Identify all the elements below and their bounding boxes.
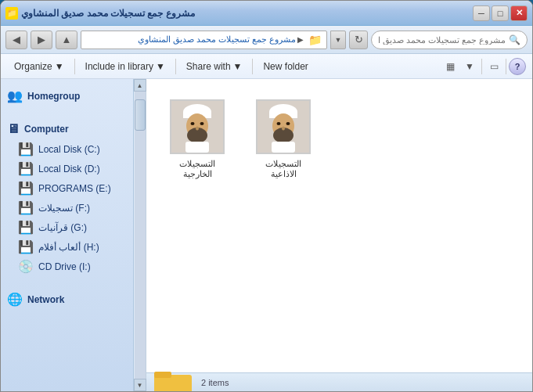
back-button[interactable]: ◀ xyxy=(5,31,27,49)
svg-point-16 xyxy=(282,127,285,131)
toolbar-separator-4 xyxy=(481,59,482,74)
computer-icon: 🖥 xyxy=(7,122,20,136)
view-icon: ▦ xyxy=(446,61,455,72)
panel-button[interactable]: ▭ xyxy=(484,57,503,76)
drive-i-label: CD Drive (I:) xyxy=(38,261,91,272)
sidebar-item-network[interactable]: 🌐 Network xyxy=(1,289,133,310)
organize-arrow-icon: ▼ xyxy=(55,61,64,72)
drive-f-label: تسجيلات (F:) xyxy=(38,203,90,214)
close-button[interactable]: ✕ xyxy=(510,5,528,21)
drive-e-icon: 💾 xyxy=(18,181,34,196)
sidebar-item-homegroup[interactable]: 👥 Homegroup xyxy=(1,85,133,106)
up-button[interactable]: ▲ xyxy=(56,31,77,49)
drive-e-label: PROGRAMS (E:) xyxy=(38,183,111,194)
folder-icon: 📁 xyxy=(308,34,322,46)
organize-label: Organize xyxy=(14,61,52,72)
address-dropdown[interactable]: ▼ xyxy=(330,31,346,49)
include-arrow-icon: ▼ xyxy=(156,61,165,72)
address-field[interactable]: 📁 ▶ مشروع جمع تسجيلات محمد صديق المنشاوي xyxy=(81,31,327,49)
scroll-down-button[interactable]: ▼ xyxy=(134,379,146,391)
drive-c-icon: 💾 xyxy=(18,142,34,156)
sidebar-item-drive-d[interactable]: 💾 Local Disk (D:) xyxy=(1,159,133,178)
sidebar-item-drive-i[interactable]: 💿 CD Drive (I:) xyxy=(1,257,133,276)
person-image-2 xyxy=(257,101,309,153)
homegroup-label: Homegroup xyxy=(27,91,80,102)
svg-point-15 xyxy=(286,122,290,125)
include-library-button[interactable]: Include in library ▼ xyxy=(78,57,172,76)
sidebar-network-section: 🌐 Network xyxy=(1,282,133,316)
sidebar: 👥 Homegroup 🖥 Computer 💾 Local Disk (C:)… xyxy=(1,79,134,391)
title-bar-controls: ─ □ ✕ xyxy=(473,5,528,21)
panel-icon: ▭ xyxy=(490,61,499,72)
share-arrow-icon: ▼ xyxy=(233,61,243,72)
sidebar-homegroup-section: 👥 Homegroup xyxy=(1,79,133,113)
new-folder-label: New folder xyxy=(263,61,308,72)
drive-h-icon: 💾 xyxy=(18,239,34,254)
status-bar: 2 items xyxy=(146,372,532,391)
view-buttons: ▦ ▼ ▭ ? xyxy=(441,57,526,76)
drive-i-icon: 💿 xyxy=(18,259,34,274)
homegroup-icon: 👥 xyxy=(7,88,23,103)
computer-label: Computer xyxy=(24,124,69,135)
svg-rect-8 xyxy=(185,142,209,153)
view-dropdown-icon: ▼ xyxy=(465,61,474,72)
minimize-button[interactable]: ─ xyxy=(473,5,490,21)
toolbar-separator-5 xyxy=(506,59,506,74)
sidebar-item-drive-g[interactable]: 💾 قرآنيات (G:) xyxy=(1,218,133,237)
drive-h-label: ألعاب أفلام (H:) xyxy=(38,242,99,253)
up-icon: ▲ xyxy=(62,34,72,45)
forward-icon: ▶ xyxy=(38,34,45,45)
forward-button[interactable]: ▶ xyxy=(31,31,52,49)
toolbar: Organize ▼ Include in library ▼ Share wi… xyxy=(1,54,532,79)
toolbar-separator-3 xyxy=(252,59,253,74)
drive-f-icon: 💾 xyxy=(18,200,34,215)
sidebar-item-drive-h[interactable]: 💾 ألعاب أفلام (H:) xyxy=(1,237,133,257)
scroll-track xyxy=(135,92,146,379)
share-with-button[interactable]: Share with ▼ xyxy=(179,57,250,76)
view-toggle-button[interactable]: ▦ xyxy=(441,57,459,76)
sidebar-item-drive-e[interactable]: 💾 PROGRAMS (E:) xyxy=(1,178,133,198)
sidebar-item-computer[interactable]: 🖥 Computer xyxy=(1,119,133,139)
share-label: Share with xyxy=(186,61,231,72)
svg-point-5 xyxy=(191,122,195,125)
back-icon: ◀ xyxy=(13,34,20,45)
file-area: التسجيلات الخارجية xyxy=(146,79,532,391)
refresh-button[interactable]: ↻ xyxy=(349,31,368,49)
include-label: Include in library xyxy=(85,61,153,72)
path-arrow: ▶ xyxy=(297,35,304,44)
drive-g-label: قرآنيات (G:) xyxy=(38,222,87,233)
file-grid: التسجيلات الخارجية xyxy=(146,79,532,372)
sidebar-scrollbar[interactable]: ▲ ▼ xyxy=(134,79,146,391)
address-path: مشروع جمع تسجيلات محمد صديق المنشاوي xyxy=(86,34,296,45)
svg-rect-17 xyxy=(272,142,295,153)
search-box[interactable]: 🔍 xyxy=(371,31,528,49)
sidebar-item-drive-f[interactable]: 💾 تسجيلات (F:) xyxy=(1,198,133,218)
scroll-up-button[interactable]: ▲ xyxy=(134,79,146,92)
search-input[interactable] xyxy=(378,35,506,45)
maximize-button[interactable]: □ xyxy=(492,5,509,21)
svg-point-7 xyxy=(196,127,199,131)
svg-point-14 xyxy=(277,122,281,125)
window-title: مشروع جمع تسجيلات محمد صديق المنشاوي xyxy=(21,8,195,19)
file-thumbnail-1 xyxy=(170,99,225,154)
list-item[interactable]: التسجيلات الاذاعية xyxy=(248,95,319,184)
view-dropdown-button[interactable]: ▼ xyxy=(460,57,479,76)
svg-rect-19 xyxy=(154,372,171,378)
scroll-thumb[interactable] xyxy=(135,99,146,131)
sidebar-item-drive-c[interactable]: 💾 Local Disk (C:) xyxy=(1,139,133,159)
person-image-1 xyxy=(171,101,223,153)
status-folder-icon xyxy=(154,367,193,392)
organize-button[interactable]: Organize ▼ xyxy=(7,57,71,76)
title-bar-left: 📁 مشروع جمع تسجيلات محمد صديق المنشاوي xyxy=(5,7,195,20)
file-name-2: التسجيلات الاذاعية xyxy=(253,159,314,179)
title-bar: 📁 مشروع جمع تسجيلات محمد صديق المنشاوي ─… xyxy=(1,1,532,26)
network-label: Network xyxy=(27,294,64,305)
new-folder-button[interactable]: New folder xyxy=(256,57,315,76)
drive-g-icon: 💾 xyxy=(18,220,34,235)
main-content: 👥 Homegroup 🖥 Computer 💾 Local Disk (C:)… xyxy=(1,79,532,391)
sidebar-computer-section: 🖥 Computer 💾 Local Disk (C:) 💾 Local Dis… xyxy=(1,113,133,282)
list-item[interactable]: التسجيلات الخارجية xyxy=(162,95,232,184)
help-button[interactable]: ? xyxy=(509,58,526,75)
address-bar: ◀ ▶ ▲ 📁 ▶ مشروع جمع تسجيلات محمد صديق ال… xyxy=(1,26,532,54)
toolbar-separator-2 xyxy=(175,59,176,74)
